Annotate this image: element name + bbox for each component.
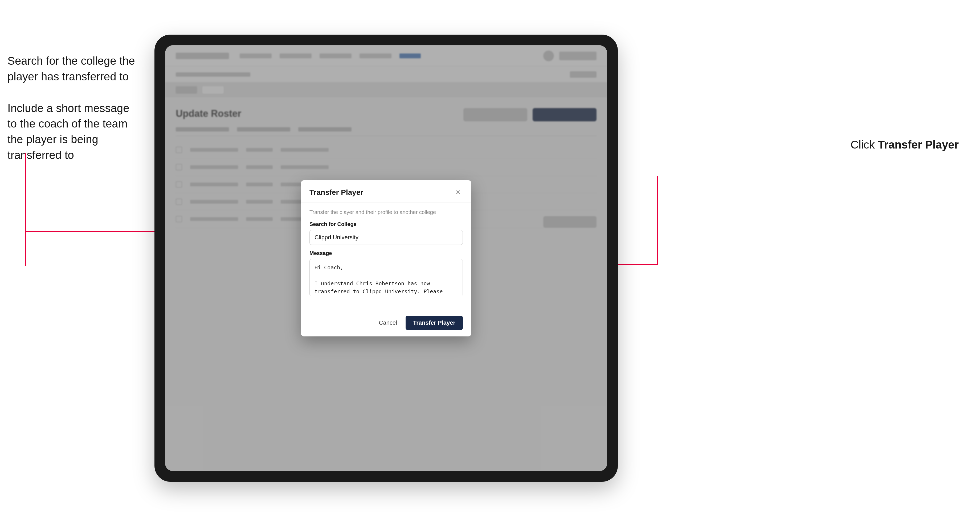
- annotation-click-instruction: Click Transfer Player: [851, 138, 959, 151]
- annotation-message-instruction: Include a short messageto the coach of t…: [8, 101, 146, 163]
- modal-overlay: Transfer Player ✕ Transfer the player an…: [165, 45, 607, 471]
- tablet-frame: Update Roster: [154, 35, 618, 482]
- message-textarea[interactable]: Hi Coach, I understand Chris Robertson h…: [309, 259, 463, 296]
- search-college-field: Search for College: [309, 221, 463, 245]
- transfer-player-modal: Transfer Player ✕ Transfer the player an…: [301, 180, 471, 337]
- cancel-button[interactable]: Cancel: [375, 317, 401, 329]
- annotation-search-instruction: Search for the college the player has tr…: [8, 53, 146, 163]
- message-label: Message: [309, 250, 463, 256]
- search-college-input[interactable]: [309, 230, 463, 245]
- modal-header: Transfer Player ✕: [301, 180, 471, 203]
- message-field: Message Hi Coach, I understand Chris Rob…: [309, 250, 463, 297]
- modal-title: Transfer Player: [309, 188, 363, 197]
- search-college-label: Search for College: [309, 221, 463, 227]
- modal-body: Transfer the player and their profile to…: [301, 203, 471, 310]
- modal-footer: Cancel Transfer Player: [301, 310, 471, 337]
- tablet-screen: Update Roster: [165, 45, 607, 471]
- modal-description: Transfer the player and their profile to…: [309, 209, 463, 215]
- modal-close-button[interactable]: ✕: [453, 187, 463, 197]
- transfer-player-button[interactable]: Transfer Player: [406, 316, 463, 330]
